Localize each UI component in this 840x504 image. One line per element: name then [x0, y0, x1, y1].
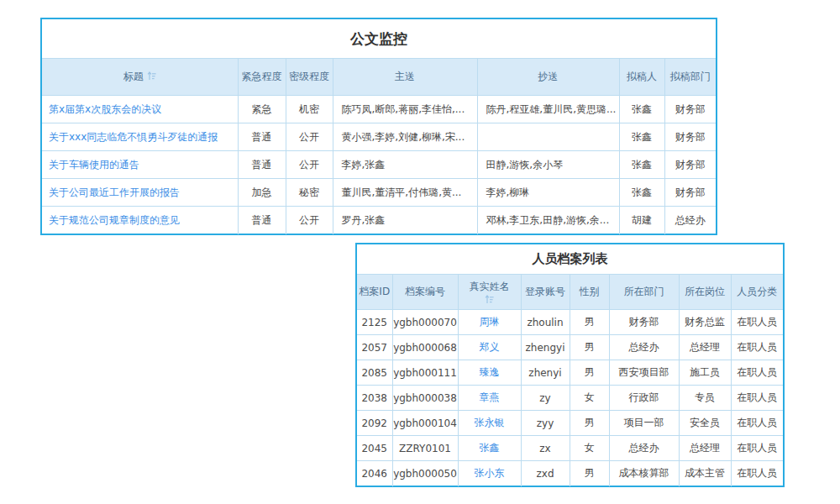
- cell: 机密: [286, 96, 333, 123]
- cell: 在职人员: [731, 436, 783, 461]
- cell: 加急: [238, 179, 286, 207]
- cell: 女: [570, 386, 609, 411]
- cell: 张鑫: [619, 96, 664, 123]
- column-header: 抄送: [477, 59, 619, 96]
- doc-monitor-header: 标题紧急程度密级程度主送抄送拟稿人拟稿部门: [42, 59, 716, 96]
- cell: 紧急: [238, 96, 286, 123]
- cell: 董川民,董清平,付伟璐,黄...: [333, 179, 477, 207]
- cell: 关于公司最近工作开展的报告: [42, 179, 238, 207]
- cell: 施工员: [679, 360, 731, 386]
- cell: ygbh000104: [392, 411, 458, 436]
- cell: 在职人员: [731, 461, 783, 486]
- cell: 关于规范公司规章制度的意见: [42, 207, 238, 234]
- doc-title-link[interactable]: 关于公司最近工作开展的报告: [49, 186, 180, 198]
- cell: 男: [570, 411, 609, 436]
- cell: 在职人员: [731, 335, 783, 360]
- cell: 陈巧凤,断郎,蒋丽,李佳怡,...: [333, 96, 477, 123]
- cell: 胡建: [619, 207, 664, 234]
- cell: 专员: [679, 386, 731, 411]
- person-name-link[interactable]: 张鑫: [480, 442, 500, 454]
- cell: 李婷,柳琳: [477, 179, 619, 207]
- column-header-label: 所在部门: [624, 286, 664, 297]
- doc-title-link[interactable]: 第x届第x次股东会的决议: [49, 103, 161, 115]
- column-header-label: 标题: [123, 71, 144, 82]
- cell: 公开: [286, 123, 333, 151]
- person-name-link[interactable]: 臻逸: [480, 366, 500, 378]
- sort-icon[interactable]: [147, 71, 156, 81]
- column-header[interactable]: 标题: [42, 59, 238, 96]
- cell: 在职人员: [731, 386, 783, 411]
- personnel-header: 档案ID档案编号真实姓名登录账号性别所在部门所在岗位人员分类: [357, 275, 783, 310]
- cell: zyy: [521, 411, 570, 436]
- cell: 总经办: [609, 335, 679, 360]
- table-row: 2045ZZRY0101张鑫zx女总经办总经理在职人员: [357, 436, 783, 461]
- header-row: 档案ID档案编号真实姓名登录账号性别所在部门所在岗位人员分类: [357, 275, 783, 310]
- column-header: 登录账号: [521, 275, 570, 310]
- cell: zxd: [521, 461, 570, 486]
- person-name-link[interactable]: 张小东: [475, 467, 505, 479]
- cell: 郑义: [458, 335, 521, 360]
- cell: 女: [570, 436, 609, 461]
- column-header: 密级程度: [286, 59, 333, 96]
- table-row: 2085ygbh000111臻逸zhenyi男西安项目部施工员在职人员: [357, 360, 783, 386]
- cell: 总经理: [679, 335, 731, 360]
- cell: zhoulin: [521, 310, 570, 335]
- person-name-link[interactable]: 郑义: [480, 341, 500, 353]
- cell: 财务部: [664, 179, 716, 207]
- column-header[interactable]: 真实姓名: [458, 275, 521, 310]
- cell: 男: [570, 461, 609, 486]
- cell: zhengyi: [521, 335, 570, 360]
- sort-icon[interactable]: [485, 295, 494, 304]
- cell: ygbh000068: [392, 335, 458, 360]
- cell: 总经办: [664, 207, 716, 234]
- personnel-panel: 人员档案列表 档案ID档案编号真实姓名登录账号性别所在部门所在岗位人员分类 21…: [355, 243, 785, 487]
- cell: 总经理: [679, 436, 731, 461]
- table-row: 关于公司最近工作开展的报告加急秘密董川民,董清平,付伟璐,黄...李婷,柳琳张鑫…: [42, 179, 716, 207]
- doc-title-link[interactable]: 关于车辆使用的通告: [49, 159, 139, 171]
- personnel-table: 档案ID档案编号真实姓名登录账号性别所在部门所在岗位人员分类 2125ygbh0…: [357, 274, 783, 486]
- cell: 公开: [286, 151, 333, 179]
- column-header: 拟稿人: [619, 59, 664, 96]
- cell: 男: [570, 335, 609, 360]
- person-name-link[interactable]: 章燕: [480, 391, 500, 403]
- cell: 2092: [357, 411, 392, 436]
- cell: 秘密: [286, 179, 333, 207]
- cell: 公开: [286, 207, 333, 234]
- person-name-link[interactable]: 张永银: [475, 417, 505, 428]
- cell: 第x届第x次股东会的决议: [42, 96, 238, 123]
- cell: 成本核算部: [609, 461, 679, 486]
- cell: 在职人员: [731, 411, 783, 436]
- cell: 李婷,张鑫: [333, 151, 477, 179]
- cell: ZZRY0101: [392, 436, 458, 461]
- person-name-link[interactable]: 周琳: [480, 316, 500, 328]
- column-header-label: 紧急程度: [242, 71, 282, 82]
- column-header-label: 档案ID: [359, 286, 390, 297]
- cell: 黄小强,李婷,刘健,柳琳,宋...: [333, 123, 477, 151]
- column-header: 所在岗位: [679, 275, 731, 310]
- cell: 章燕: [458, 386, 521, 411]
- cell: zx: [521, 436, 570, 461]
- cell: 臻逸: [458, 360, 521, 386]
- cell: 2057: [357, 335, 392, 360]
- cell: 行政部: [609, 386, 679, 411]
- cell: [477, 123, 619, 151]
- cell: 普通: [238, 123, 286, 151]
- cell: 在职人员: [731, 310, 783, 335]
- column-header-label: 拟稿人: [627, 71, 657, 82]
- cell: 2046: [357, 461, 392, 486]
- cell: 成本主管: [679, 461, 731, 486]
- table-row: 关于车辆使用的通告普通公开李婷,张鑫田静,游恢,余小琴张鑫财务部: [42, 151, 716, 179]
- doc-monitor-body: 第x届第x次股东会的决议紧急机密陈巧凤,断郎,蒋丽,李佳怡,...陈丹,程亚雄,…: [42, 96, 716, 234]
- cell: zhenyi: [521, 360, 570, 386]
- cell: 张永银: [458, 411, 521, 436]
- doc-monitor-title: 公文监控: [42, 19, 716, 58]
- table-row: 2057ygbh000068郑义zhengyi男总经办总经理在职人员: [357, 335, 783, 360]
- cell: 关于xxx同志临危不惧勇斗歹徒的通报: [42, 123, 238, 151]
- doc-title-link[interactable]: 关于规范公司规章制度的意见: [49, 214, 180, 226]
- column-header-label: 真实姓名: [470, 281, 510, 292]
- column-header-label: 性别: [580, 286, 600, 297]
- table-row: 2046ygbh000050张小东zxd男成本核算部成本主管在职人员: [357, 461, 783, 486]
- personnel-title: 人员档案列表: [357, 244, 783, 274]
- cell: 张鑫: [458, 436, 521, 461]
- doc-title-link[interactable]: 关于xxx同志临危不惧勇斗歹徒的通报: [49, 131, 218, 143]
